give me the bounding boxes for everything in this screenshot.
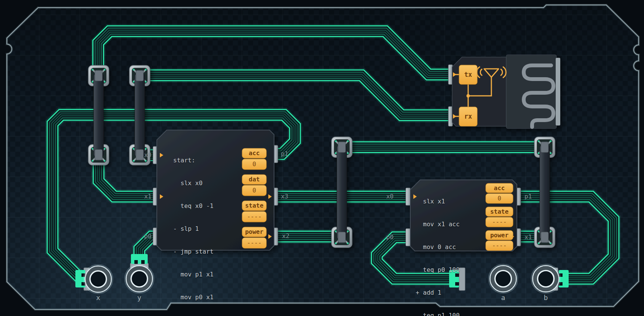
register-value-acc: 0 <box>242 159 266 170</box>
pin-label-p1: p1 <box>281 150 288 158</box>
bridge-bar[interactable] <box>135 74 145 156</box>
pad-label-b: b <box>534 294 557 302</box>
code-line[interactable]: mov p1 x1 <box>173 271 214 278</box>
pin-label-x3: x3 <box>281 193 288 200</box>
register-value-dat: 0 <box>242 185 266 196</box>
code-line[interactable]: teq p0 100 <box>416 266 460 274</box>
pad-label-a: a <box>492 294 515 302</box>
io-pad-b[interactable] <box>532 265 560 293</box>
pad-a-plate <box>459 268 465 291</box>
register-name-acc: acc <box>486 183 513 193</box>
code-line[interactable]: - jmp start <box>173 248 214 256</box>
bridge-bar[interactable] <box>540 146 550 239</box>
pin-label-p0: p0 <box>372 233 394 241</box>
code-line[interactable]: slx x0 <box>173 179 214 187</box>
circuit-board-view: start: slx x0 teq x0 -1 - slp 1 - jmp st… <box>0 0 644 316</box>
bridge-bar[interactable] <box>337 146 347 239</box>
register-value-acc: 0 <box>486 194 513 203</box>
pin-label-p1: p1 <box>524 193 532 200</box>
code-line[interactable]: slx x1 <box>416 198 460 205</box>
code-line[interactable]: mov 0 acc <box>416 243 460 251</box>
register-value-state: ---- <box>242 211 266 222</box>
radio-edge-strip <box>556 58 560 125</box>
pin-label-x0: x0 <box>372 193 394 200</box>
bridge-bar[interactable] <box>94 74 104 156</box>
pin-label-p0: p0 <box>129 233 151 240</box>
mcu-right-code[interactable]: slx x1 mov x1 acc mov 0 acc teq p0 100 +… <box>416 183 460 316</box>
pad-label-y: y <box>128 294 151 302</box>
code-line[interactable]: mov p0 x1 <box>173 294 214 301</box>
pad-y-connector[interactable] <box>131 254 148 264</box>
pin-label-x0: x0 <box>129 151 151 159</box>
register-value-power: ---- <box>242 238 266 248</box>
register-value-state: ---- <box>486 217 513 227</box>
code-line[interactable]: teq x0 -1 <box>173 202 214 210</box>
io-pad-a[interactable] <box>489 265 517 293</box>
code-line[interactable]: teq p1 100 <box>416 312 460 316</box>
code-line[interactable]: - slp 1 <box>173 225 214 233</box>
mcu-right-pin-x0[interactable] <box>406 188 410 205</box>
mcu-left-code[interactable]: start: slx x0 teq x0 -1 - slp 1 - jmp st… <box>173 141 214 316</box>
pin-label-x1: x1 <box>129 193 151 200</box>
io-pad-x[interactable] <box>84 265 112 293</box>
register-name-acc: acc <box>242 148 266 158</box>
register-name-state: state <box>242 201 266 211</box>
wire-junction-dot <box>467 94 470 98</box>
code-line[interactable]: mov x1 acc <box>416 221 460 228</box>
io-pad-y[interactable] <box>125 265 153 293</box>
register-value-power: ---- <box>486 241 513 251</box>
pin-label-x2: x2 <box>282 232 289 240</box>
mcu-right-pin-p0[interactable] <box>406 229 410 246</box>
code-line[interactable]: + add 1 <box>416 289 460 297</box>
code-line[interactable]: start: <box>173 157 214 164</box>
register-name-power: power <box>242 227 266 237</box>
pad-label-x: x <box>87 294 110 302</box>
register-name-dat: dat <box>242 175 266 184</box>
pin-label-x1: x1 <box>524 233 532 241</box>
radio-rx-label: rx <box>459 107 477 126</box>
register-name-power: power <box>486 230 513 240</box>
radio-tx-label: tx <box>459 65 477 84</box>
register-name-state: state <box>486 207 513 216</box>
